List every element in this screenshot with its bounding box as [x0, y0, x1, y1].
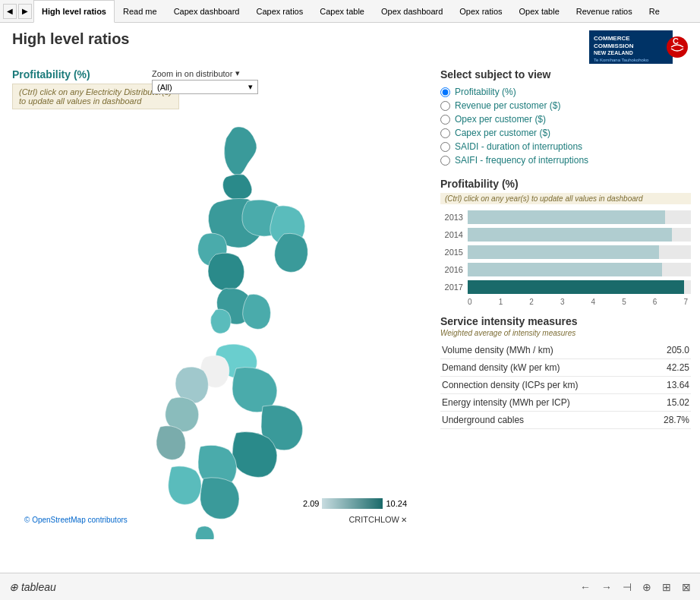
nav-forward-btn[interactable]: → [601, 581, 612, 593]
profitability-chart-section: Profitability (%) (Ctrl) click on any ye… [440, 178, 691, 306]
svg-text:Te Komihana Tauhokohoko: Te Komihana Tauhokohoko [594, 58, 649, 62]
dropdown-chevron-icon: ▾ [248, 82, 253, 92]
legend-gradient [322, 498, 383, 509]
tab-opex-dashboard[interactable]: Opex dashboard [373, 0, 451, 23]
subject-selector: Select subject to view Profitability (%)… [440, 68, 691, 166]
zoom-label: Zoom in on distributor ▾ [152, 68, 258, 78]
service-label-3: Energy intensity (MWh per ICP) [440, 394, 648, 412]
radio-capex-input[interactable] [440, 128, 450, 138]
bar-label-2016: 2016 [440, 265, 463, 274]
bar-row-2016[interactable]: 2016 [440, 263, 691, 276]
service-label-2: Connection density (ICPs per km) [440, 377, 648, 394]
radio-revenue[interactable]: Revenue per customer ($) [440, 100, 691, 111]
chart-hint: (Ctrl) click on any year(s) to update al… [440, 193, 691, 204]
radio-opex[interactable]: Opex per customer ($) [440, 114, 691, 125]
service-label-0: Volume density (MWh / km) [440, 342, 648, 359]
bar-track-2017[interactable] [468, 280, 691, 294]
bar-label-2017: 2017 [440, 283, 463, 292]
commerce-commission-logo: COMMERCE COMMISSION NEW ZEALAND Te Komih… [589, 30, 688, 64]
tab-revenue-ratios[interactable]: Revenue ratios [568, 0, 641, 23]
svg-text:COMMERCE: COMMERCE [594, 35, 630, 42]
zoom-control: Zoom in on distributor ▾ (All) ▾ [152, 68, 258, 94]
fullscreen-btn[interactable]: ⊠ [682, 581, 691, 593]
tab-opex-table[interactable]: Opex table [511, 0, 568, 23]
bar-fill-2013 [468, 210, 665, 224]
bar-track-2016[interactable] [468, 263, 691, 276]
tab-capex-table[interactable]: Capex table [311, 0, 373, 23]
radio-revenue-input[interactable] [440, 101, 450, 111]
tab-capex-dashboard[interactable]: Capex dashboard [166, 0, 248, 23]
radio-profitability-input[interactable] [440, 87, 450, 97]
nav-start-btn[interactable]: ⊣ [623, 581, 632, 593]
right-panel: Select subject to view Profitability (%)… [433, 68, 698, 573]
south-island[interactable] [156, 344, 303, 539]
chart-title: Profitability (%) [440, 178, 691, 190]
radio-capex[interactable]: Capex per customer ($) [440, 128, 691, 138]
map-credits[interactable]: © OpenStreetMap contributors [24, 516, 128, 524]
critchlow-label: CRITCHLOW ✕ [348, 515, 407, 524]
bar-track-2014[interactable] [468, 228, 691, 242]
service-intensity-section: Service intensity measures Weighted aver… [440, 315, 691, 429]
map-legend: 2.09 10.24 [303, 498, 407, 509]
tab-opex-ratios[interactable]: Opex ratios [451, 0, 510, 23]
radio-saifi[interactable]: SAIFI - frequency of interruptions [440, 155, 691, 166]
service-row-1: Demand density (kW per km) 42.25 [440, 359, 691, 377]
tab-re[interactable]: Re [641, 0, 668, 23]
subject-selector-title: Select subject to view [440, 68, 691, 81]
service-value-4: 28.7% [648, 412, 691, 429]
toolbar-icons: ← → ⊣ ⊕ ⊞ ⊠ [580, 581, 691, 593]
service-value-0: 205.0 [648, 342, 691, 359]
tab-next-btn[interactable]: ▶ [18, 4, 32, 19]
service-label-4: Underground cables [440, 412, 648, 429]
service-value-1: 42.25 [648, 359, 691, 377]
service-row-3: Energy intensity (MWh per ICP) 15.02 [440, 394, 691, 412]
bar-track-2013[interactable] [468, 210, 691, 224]
radio-saidi-input[interactable] [440, 142, 450, 152]
tab-bar: ◀ ▶ High level ratios Read me Capex dash… [0, 0, 700, 23]
radio-saidi[interactable]: SAIDI - duration of interruptions [440, 141, 691, 152]
radio-group: Profitability (%) Revenue per customer (… [440, 87, 691, 166]
svg-text:COMMISSION: COMMISSION [594, 43, 634, 49]
bar-row-2017[interactable]: 2017 [440, 280, 691, 294]
page-header: High level ratios COMMERCE COMMISSION NE… [0, 23, 700, 68]
bar-label-2015: 2015 [440, 248, 463, 257]
svg-text:C: C [673, 36, 679, 46]
tab-high-level-ratios[interactable]: High level ratios [33, 0, 115, 23]
critchlow-x-icon: ✕ [401, 516, 407, 524]
service-intensity-title: Service intensity measures [440, 315, 691, 327]
service-row-0: Volume density (MWh / km) 205.0 [440, 342, 691, 359]
radio-profitability[interactable]: Profitability (%) [440, 87, 691, 97]
bar-row-2013[interactable]: 2013 [440, 210, 691, 224]
north-island[interactable] [198, 127, 308, 333]
legend-min-label: 2.09 [303, 499, 319, 508]
bar-row-2015[interactable]: 2015 [440, 245, 691, 259]
service-value-3: 15.02 [648, 394, 691, 412]
share-btn[interactable]: ⊕ [642, 581, 651, 593]
bottom-toolbar: ⊕ tableau ← → ⊣ ⊕ ⊞ ⊠ [0, 573, 700, 600]
svg-text:NEW ZEALAND: NEW ZEALAND [594, 50, 633, 55]
service-row-2: Connection density (ICPs per km) 13.64 [440, 377, 691, 394]
bar-fill-2014 [468, 228, 672, 242]
service-value-2: 13.64 [648, 377, 691, 394]
service-label-1: Demand density (kW per km) [440, 359, 648, 377]
bar-track-2015[interactable] [468, 245, 691, 259]
bar-fill-2017 [468, 280, 684, 294]
embed-btn[interactable]: ⊞ [662, 581, 671, 593]
nav-back-btn[interactable]: ← [580, 581, 591, 593]
tableau-logo: ⊕ tableau [9, 581, 56, 593]
radio-saifi-input[interactable] [440, 156, 450, 166]
main-content: High level ratios COMMERCE COMMISSION NE… [0, 23, 700, 573]
tableau-plus-icon: ⊕ [9, 581, 18, 593]
tab-capex-ratios[interactable]: Capex ratios [248, 0, 311, 23]
chart-axis: 0 1 2 3 4 5 6 7 [468, 298, 688, 306]
tab-read-me[interactable]: Read me [115, 0, 166, 23]
service-row-4: Underground cables 28.7% [440, 412, 691, 429]
tab-prev-btn[interactable]: ◀ [3, 4, 17, 19]
zoom-dropdown[interactable]: (All) ▾ [152, 80, 258, 94]
bar-chart: 2013 2014 2015 [440, 210, 691, 294]
map-container[interactable]: 2.09 10.24 © OpenStreetMap contributors … [12, 106, 422, 547]
logo-area: COMMERCE COMMISSION NEW ZEALAND Te Komih… [589, 30, 688, 64]
nz-map-svg[interactable] [12, 106, 407, 539]
bar-row-2014[interactable]: 2014 [440, 228, 691, 242]
radio-opex-input[interactable] [440, 115, 450, 125]
